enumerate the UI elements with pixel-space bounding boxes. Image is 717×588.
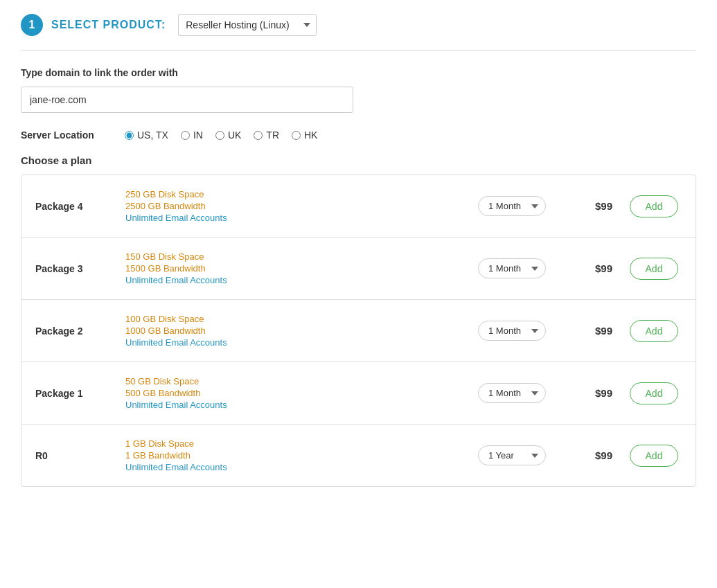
- plan-add-button-wrapper: Add: [626, 382, 682, 404]
- plan-duration-select[interactable]: 1 Month3 Months6 Months1 Year2 Years: [478, 196, 546, 216]
- plan-price: $99: [557, 449, 612, 461]
- server-location-section: Server Location US, TX IN UK TR HK: [21, 130, 696, 141]
- server-location-tr[interactable]: TR: [254, 130, 279, 141]
- server-location-radio-group: US, TX IN UK TR HK: [125, 130, 317, 141]
- add-button[interactable]: Add: [630, 445, 679, 467]
- add-button[interactable]: Add: [630, 258, 679, 280]
- server-location-in[interactable]: IN: [181, 130, 203, 141]
- plan-price: $99: [557, 262, 612, 274]
- plan-feature: Unlimited Email Accounts: [125, 400, 467, 410]
- plan-duration-select-wrapper: 1 Month3 Months6 Months1 Year2 Years: [467, 258, 557, 278]
- server-location-uk-label: UK: [228, 130, 241, 141]
- plan-feature: Unlimited Email Accounts: [125, 462, 467, 472]
- plan-add-button-wrapper: Add: [626, 445, 682, 467]
- server-location-hk-label: HK: [304, 130, 317, 141]
- domain-input[interactable]: [21, 87, 353, 113]
- domain-section: Type domain to link the order with: [21, 67, 696, 113]
- plan-duration-select[interactable]: 1 Month3 Months6 Months1 Year2 Years: [478, 321, 546, 341]
- server-location-label: Server Location: [21, 130, 111, 141]
- plan-duration-select-wrapper: 1 Month3 Months6 Months1 Year2 Years: [467, 445, 557, 465]
- step-header: 1 SELECT PRODUCT: Reseller Hosting (Linu…: [21, 14, 696, 36]
- plan-name: R0: [35, 450, 125, 461]
- plan-feature: 2500 GB Bandwidth: [125, 201, 467, 211]
- plan-duration-select-wrapper: 1 Month3 Months6 Months1 Year2 Years: [467, 383, 557, 403]
- product-select[interactable]: Reseller Hosting (Linux)Shared Hosting (…: [178, 14, 317, 36]
- plan-features: 150 GB Disk Space1500 GB BandwidthUnlimi…: [125, 251, 467, 285]
- add-button[interactable]: Add: [630, 195, 679, 217]
- add-button[interactable]: Add: [630, 382, 679, 404]
- plan-name: Package 3: [35, 263, 125, 274]
- section-divider: [21, 50, 696, 51]
- server-location-tr-label: TR: [266, 130, 279, 141]
- choose-plan-title: Choose a plan: [21, 154, 696, 166]
- add-button[interactable]: Add: [630, 320, 679, 342]
- plan-row: Package 3150 GB Disk Space1500 GB Bandwi…: [21, 238, 696, 300]
- plan-row: Package 4250 GB Disk Space2500 GB Bandwi…: [21, 175, 696, 238]
- plan-features: 1 GB Disk Space1 GB BandwidthUnlimited E…: [125, 438, 467, 472]
- domain-label: Type domain to link the order with: [21, 67, 696, 78]
- plan-feature: 50 GB Disk Space: [125, 376, 467, 386]
- plan-feature: 100 GB Disk Space: [125, 314, 467, 324]
- step-number: 1: [21, 14, 43, 36]
- plan-row: Package 150 GB Disk Space500 GB Bandwidt…: [21, 362, 696, 425]
- plan-price: $99: [557, 387, 612, 399]
- plan-feature: 150 GB Disk Space: [125, 251, 467, 262]
- plan-feature: 1 GB Bandwidth: [125, 450, 467, 461]
- server-location-us-tx[interactable]: US, TX: [125, 130, 168, 141]
- plan-add-button-wrapper: Add: [626, 258, 682, 280]
- plan-feature: 1 GB Disk Space: [125, 438, 467, 449]
- plan-price: $99: [557, 200, 612, 212]
- plan-feature: 1500 GB Bandwidth: [125, 263, 467, 274]
- plan-add-button-wrapper: Add: [626, 320, 682, 342]
- plan-duration-select-wrapper: 1 Month3 Months6 Months1 Year2 Years: [467, 196, 557, 216]
- plan-feature: 500 GB Bandwidth: [125, 388, 467, 398]
- plan-duration-select-wrapper: 1 Month3 Months6 Months1 Year2 Years: [467, 321, 557, 341]
- plan-add-button-wrapper: Add: [626, 195, 682, 217]
- plan-duration-select[interactable]: 1 Month3 Months6 Months1 Year2 Years: [478, 383, 546, 403]
- server-location-in-label: IN: [193, 130, 203, 141]
- plan-feature: 250 GB Disk Space: [125, 189, 467, 199]
- plan-feature: Unlimited Email Accounts: [125, 337, 467, 348]
- server-location-us-tx-label: US, TX: [137, 130, 168, 141]
- step-title: SELECT PRODUCT:: [51, 19, 166, 31]
- plans-container: Package 4250 GB Disk Space2500 GB Bandwi…: [21, 175, 696, 487]
- plan-features: 50 GB Disk Space500 GB BandwidthUnlimite…: [125, 376, 467, 410]
- plan-feature: Unlimited Email Accounts: [125, 275, 467, 285]
- plan-features: 100 GB Disk Space1000 GB BandwidthUnlimi…: [125, 314, 467, 348]
- plan-name: Package 4: [35, 201, 125, 212]
- plan-duration-select[interactable]: 1 Month3 Months6 Months1 Year2 Years: [478, 258, 546, 278]
- plan-row: R01 GB Disk Space1 GB BandwidthUnlimited…: [21, 425, 696, 486]
- plan-price: $99: [557, 325, 612, 337]
- plan-row: Package 2100 GB Disk Space1000 GB Bandwi…: [21, 300, 696, 362]
- plan-feature: Unlimited Email Accounts: [125, 213, 467, 223]
- plan-name: Package 2: [35, 326, 125, 337]
- server-location-hk[interactable]: HK: [292, 130, 317, 141]
- plan-name: Package 1: [35, 388, 125, 399]
- plan-features: 250 GB Disk Space2500 GB BandwidthUnlimi…: [125, 189, 467, 223]
- plan-duration-select[interactable]: 1 Month3 Months6 Months1 Year2 Years: [478, 445, 546, 465]
- plan-feature: 1000 GB Bandwidth: [125, 326, 467, 336]
- server-location-uk[interactable]: UK: [215, 130, 241, 141]
